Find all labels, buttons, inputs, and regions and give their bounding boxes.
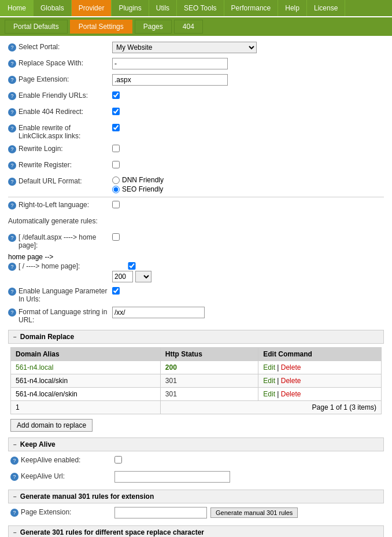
subnav-portal-settings[interactable]: Portal Settings bbox=[70, 20, 132, 34]
select-portal-control: My Website bbox=[112, 42, 384, 53]
delete-link-0[interactable]: Delete bbox=[281, 363, 301, 372]
rewrite-register-checkbox[interactable] bbox=[112, 161, 120, 168]
radio-seo-friendly[interactable] bbox=[112, 186, 120, 193]
subnav-portal-defaults[interactable]: Portal Defaults bbox=[5, 20, 68, 34]
page-extension-help-icon[interactable]: ? bbox=[8, 76, 16, 84]
add-domain-area: Add domain to replace bbox=[10, 419, 382, 432]
enable-rewrite-control bbox=[112, 123, 384, 131]
lang-param-checkbox[interactable] bbox=[112, 287, 120, 295]
manual-301-ext-row: ? Page Extension: Generate manual 301 ru… bbox=[10, 507, 382, 520]
rewrite-register-control bbox=[112, 160, 384, 168]
domain-replace-body: Domain Alias Http Status Edit Command 56… bbox=[8, 347, 384, 432]
domain-alias-link-0[interactable]: 561-n4.local bbox=[16, 363, 53, 372]
keep-alive-title: Keep Alive bbox=[20, 440, 56, 448]
lang-format-label: ? Format of Language string in URL: bbox=[8, 307, 112, 324]
enable-friendly-checkbox[interactable] bbox=[112, 91, 120, 99]
select-portal-dropdown[interactable]: My Website bbox=[112, 42, 257, 53]
rewrite-login-checkbox[interactable] bbox=[112, 145, 120, 152]
keepalive-url-row: ? KeepAlive Url: bbox=[10, 471, 382, 484]
domain-alias-1: 561-n4.local/skin bbox=[16, 377, 68, 385]
rewrite-login-help-icon[interactable]: ? bbox=[8, 145, 16, 153]
delete-link-1[interactable]: Delete bbox=[281, 377, 301, 385]
rtl-checkbox[interactable] bbox=[112, 201, 120, 208]
replace-space-help-icon[interactable]: ? bbox=[8, 60, 16, 68]
default-aspx-help-icon[interactable]: ? bbox=[8, 234, 16, 242]
enable-404-control bbox=[112, 106, 384, 115]
edit-link-2[interactable]: Edit bbox=[263, 390, 275, 398]
nav-performance[interactable]: Performance bbox=[224, 0, 279, 16]
url-format-radio-group: DNN Friendly SEO Friendly bbox=[112, 176, 164, 193]
manual-301-ext-header[interactable]: − Generate manual 301 rules for extensio… bbox=[8, 490, 384, 503]
default-url-help-icon[interactable]: ? bbox=[8, 178, 16, 186]
lang-param-help-icon[interactable]: ? bbox=[8, 288, 16, 296]
replace-space-row: ? Replace Space With: bbox=[8, 58, 384, 71]
rewrite-login-label: ? Rewrite Login: bbox=[8, 144, 112, 153]
default-url-row: ? Default URL Format: DNN Friendly SEO F… bbox=[8, 176, 384, 193]
keepalive-enabled-help-icon[interactable]: ? bbox=[10, 457, 19, 465]
manual-301-ext-body: ? Page Extension: Generate manual 301 ru… bbox=[8, 507, 384, 520]
keep-alive-header[interactable]: − Keep Alive bbox=[8, 437, 384, 451]
nav-plugins[interactable]: Plugins bbox=[112, 0, 149, 16]
main-content: ? Select Portal: My Website ? Replace Sp… bbox=[0, 36, 392, 537]
lang-format-help-icon[interactable]: ? bbox=[8, 308, 16, 317]
enable-404-checkbox[interactable] bbox=[112, 108, 120, 115]
keepalive-url-help-icon[interactable]: ? bbox=[10, 473, 19, 481]
lang-format-input[interactable] bbox=[112, 307, 205, 318]
manual-301-ext-help-icon[interactable]: ? bbox=[10, 509, 19, 517]
slash-home-control: ▼ bbox=[112, 261, 384, 282]
nav-provider[interactable]: Provider bbox=[72, 0, 112, 16]
nav-seo-tools[interactable]: SEO Tools bbox=[177, 0, 224, 16]
rewrite-register-label: ? Rewrite Register: bbox=[8, 160, 112, 170]
pagination-number: 1 bbox=[11, 401, 161, 414]
generate-manual-301-ext-button[interactable]: Generate manual 301 rules bbox=[210, 507, 298, 518]
delete-link-2[interactable]: Delete bbox=[281, 390, 301, 398]
nav-utils[interactable]: Utils bbox=[149, 0, 177, 16]
enable-rewrite-help-icon[interactable]: ? bbox=[8, 124, 16, 133]
table-row: 561-n4.local/skin 301 Edit | Delete bbox=[11, 374, 382, 388]
add-domain-button[interactable]: Add domain to replace bbox=[10, 419, 93, 432]
domain-replace-header[interactable]: − Domain Replace bbox=[8, 330, 384, 344]
manual-301-ext-input[interactable] bbox=[114, 507, 207, 518]
lang-format-control bbox=[112, 307, 384, 318]
edit-link-1[interactable]: Edit bbox=[263, 377, 275, 385]
pagination-info: Page 1 of 1 (3 items) bbox=[160, 401, 381, 414]
default-aspx-label: ? [ /default.aspx ----> home page]: bbox=[8, 232, 112, 249]
rewrite-login-row: ? Rewrite Login: bbox=[8, 144, 384, 156]
enable-friendly-row: ? Enable Friendly URLs: bbox=[8, 90, 384, 103]
enable-friendly-help-icon[interactable]: ? bbox=[8, 92, 16, 100]
slash-home-checkbox[interactable] bbox=[112, 262, 151, 270]
slash-home-label: ? [ / ----> home page]: bbox=[8, 261, 112, 271]
enable-friendly-label: ? Enable Friendly URLs: bbox=[8, 90, 112, 100]
slash-home-value-input[interactable] bbox=[112, 271, 133, 282]
default-url-label: ? Default URL Format: bbox=[8, 176, 112, 186]
enable-rewrite-row: ? Enable rewrite of LinkClick.aspx links… bbox=[8, 123, 384, 140]
rtl-row: ? Right-to-Left language: bbox=[8, 200, 384, 212]
radio-dnn-friendly[interactable] bbox=[112, 176, 120, 184]
enable-404-help-icon[interactable]: ? bbox=[8, 108, 16, 116]
domain-replace-title: Domain Replace bbox=[20, 333, 74, 341]
keepalive-enabled-checkbox[interactable] bbox=[114, 456, 122, 464]
slash-home-row: ? [ / ----> home page]: ▼ bbox=[8, 261, 384, 282]
subnav-404[interactable]: 404 bbox=[174, 20, 203, 34]
enable-404-row: ? Enable 404 Redirect: bbox=[8, 106, 384, 119]
nav-license[interactable]: License bbox=[307, 0, 345, 16]
divider-1 bbox=[8, 197, 384, 197]
keepalive-url-input[interactable] bbox=[114, 471, 230, 483]
select-portal-help-icon[interactable]: ? bbox=[8, 43, 16, 52]
edit-link-0[interactable]: Edit bbox=[263, 363, 275, 372]
default-aspx-checkbox[interactable] bbox=[112, 233, 120, 241]
subnav-pages[interactable]: Pages bbox=[135, 20, 172, 34]
slash-home-help-icon[interactable]: ? bbox=[8, 263, 16, 271]
rtl-help-icon[interactable]: ? bbox=[8, 201, 16, 209]
nav-home[interactable]: Home bbox=[0, 0, 34, 16]
rewrite-register-help-icon[interactable]: ? bbox=[8, 161, 16, 170]
manual-301-space-header[interactable]: − Generate 301 rules for different space… bbox=[8, 525, 384, 537]
page-extension-input[interactable] bbox=[112, 74, 228, 86]
nav-help[interactable]: Help bbox=[278, 0, 307, 16]
replace-space-control bbox=[112, 58, 384, 69]
lang-param-label: ? Enable Language Parameter In Urls: bbox=[8, 286, 112, 303]
replace-space-input[interactable] bbox=[112, 58, 228, 69]
enable-rewrite-checkbox[interactable] bbox=[112, 124, 120, 131]
nav-globals[interactable]: Globals bbox=[34, 0, 72, 16]
slash-home-select[interactable]: ▼ bbox=[135, 271, 151, 282]
